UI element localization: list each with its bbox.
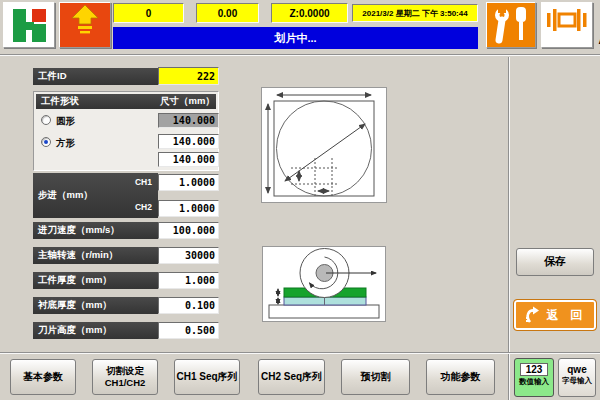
tab-label: 基本参数 <box>23 371 63 384</box>
workpiece-thickness-field[interactable]: 1.000 <box>158 272 219 289</box>
alarm-speaker-icon <box>545 6 589 34</box>
workpiece-thickness-label: 工件厚度（mm） <box>33 272 158 289</box>
round-size-field: 140.000 <box>158 113 219 128</box>
z-position-display: Z:0.0000 <box>271 3 348 23</box>
workpiece-shape-group: 工件形状 尺寸（mm） 圆形 140.000 方形 140.000 140.00… <box>33 91 219 171</box>
substrate-thickness-field[interactable]: 0.100 <box>158 297 219 314</box>
step-parameter-block: 步进（mm） CH1 CH2 <box>33 173 158 218</box>
tab-basic-params[interactable]: 基本参数 <box>10 359 76 395</box>
tab-ch1-sequence[interactable]: CH1 Seq序列 <box>174 359 240 395</box>
counter1-display: 0 <box>113 3 184 23</box>
blade-height-field[interactable]: 0.500 <box>158 322 219 339</box>
tab-label-line2: CH1/CH2 <box>105 377 146 389</box>
numeric-keypad-label: 数值输入 <box>515 377 553 387</box>
tab-label: CH2 Seq序列 <box>261 371 322 384</box>
ch1-label: CH1 <box>135 177 152 187</box>
spindle-speed-label: 主轴转速（r/min） <box>33 247 158 264</box>
machine-hmi-screen: Z-EM 0 0.00 Z:0.0000 2021/3/2 星期二 下午 3:5… <box>0 0 600 400</box>
tab-precut[interactable]: 预切割 <box>341 359 410 395</box>
round-shape-label: 圆形 <box>56 115 75 128</box>
logo-shape <box>32 24 46 42</box>
alpha-keyboard-title: qwe <box>559 364 595 375</box>
alarm-button-label: Alarm <box>589 34 600 46</box>
z-emergency-button[interactable]: Z-EM <box>59 2 111 48</box>
status-message-bar: 划片中... <box>113 27 478 49</box>
tab-label: 切割设定 <box>106 365 144 377</box>
blade-diagram-drawing <box>263 247 385 321</box>
numeric-keypad-title: 123 <box>520 363 548 376</box>
logo-shape <box>13 9 26 42</box>
counter2-display: 0.00 <box>196 3 259 23</box>
blade-cross-section-diagram <box>262 246 386 322</box>
right-panel-divider <box>508 57 510 400</box>
brand-logo-button[interactable] <box>3 2 55 48</box>
alpha-keyboard-button[interactable]: qwe 字母输入 <box>558 358 596 397</box>
ch2-label: CH2 <box>135 202 152 212</box>
datetime-display: 2021/3/2 星期二 下午 3:50:44 <box>352 4 478 22</box>
wafer-dimension-diagram <box>261 87 387 203</box>
square-size-x-field[interactable]: 140.000 <box>158 134 219 149</box>
tab-label: CH1 Seq序列 <box>176 371 237 384</box>
step-ch2-field[interactable]: 1.0000 <box>158 200 219 217</box>
round-shape-radio[interactable] <box>41 115 51 125</box>
tab-label: 预切割 <box>361 371 391 384</box>
feed-speed-label: 进刀速度（mm/s） <box>33 222 158 239</box>
blade-height-label: 刀片高度（mm） <box>33 322 158 339</box>
top-divider <box>0 54 600 56</box>
return-arrow-icon <box>524 306 542 324</box>
tab-ch2-sequence[interactable]: CH2 Seq序列 <box>258 359 325 395</box>
square-shape-radio[interactable] <box>41 137 51 147</box>
workpiece-id-field[interactable]: 222 <box>158 67 219 85</box>
tab-cut-settings[interactable]: 切割设定 CH1/CH2 <box>92 359 158 395</box>
square-shape-label: 方形 <box>56 137 75 150</box>
save-button[interactable]: 保存 <box>516 248 594 276</box>
tools-icon <box>491 6 531 44</box>
shape-group-header: 工件形状 尺寸（mm） <box>36 94 216 109</box>
up-arrow-icon <box>60 3 110 35</box>
substrate-thickness-label: 衬底厚度（mm） <box>33 297 158 314</box>
logo-shape <box>32 9 46 22</box>
wafer-diagram-drawing <box>262 88 386 202</box>
shape-title: 工件形状 <box>41 95 79 108</box>
alpha-keyboard-label: 字母输入 <box>559 376 595 386</box>
back-button[interactable]: 返 回 <box>513 299 597 331</box>
feed-speed-field[interactable]: 100.000 <box>158 222 219 239</box>
tab-label: 功能参数 <box>441 371 481 384</box>
bottom-divider <box>0 352 600 354</box>
workpiece-id-label: 工件ID <box>33 68 158 85</box>
spindle-speed-field[interactable]: 30000 <box>158 247 219 264</box>
tab-function-params[interactable]: 功能参数 <box>426 359 495 395</box>
alarm-button[interactable]: Alarm <box>541 2 593 48</box>
numeric-keypad-button[interactable]: 123 数值输入 <box>514 358 554 397</box>
square-size-y-field[interactable]: 140.000 <box>158 152 219 167</box>
back-button-label: 返 回 <box>547 307 586 324</box>
size-header: 尺寸（mm） <box>160 95 215 108</box>
settings-tools-button[interactable] <box>486 2 536 48</box>
step-label: 步进（mm） <box>38 189 93 202</box>
step-ch1-field[interactable]: 1.0000 <box>158 174 219 191</box>
